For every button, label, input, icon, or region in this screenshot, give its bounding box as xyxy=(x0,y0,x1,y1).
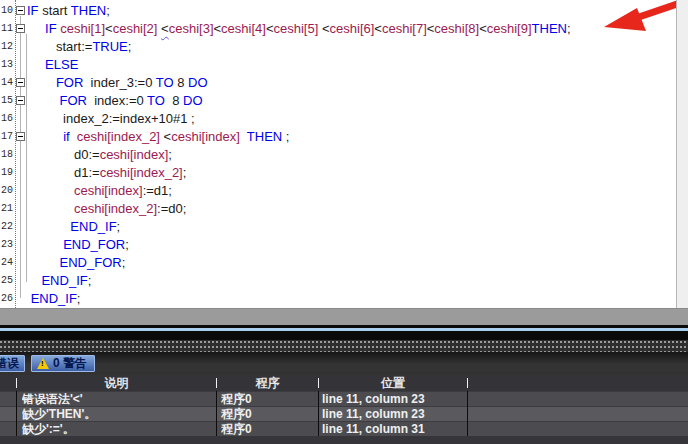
panel-accent-line xyxy=(0,328,688,331)
line-number: 25 xyxy=(0,272,13,290)
code-text: ELSE xyxy=(27,56,78,74)
code-text: index_2:=index+10#1 ; xyxy=(27,110,195,128)
error-row[interactable]: 缺少':='。程序0line 11, column 31 xyxy=(0,421,688,436)
error-position-cell: line 11, column 23 xyxy=(322,407,464,422)
line-number: 26 xyxy=(0,290,13,308)
column-header-program[interactable]: 程序 xyxy=(217,375,318,391)
code-text: start:=TRUE; xyxy=(27,38,131,56)
error-row[interactable]: 错误语法'<'程序0line 11, column 23 xyxy=(0,391,688,406)
code-line[interactable]: 13 ELSE xyxy=(0,56,688,74)
code-text: ceshi[index_2]:=d0; xyxy=(27,200,186,218)
code-line[interactable]: 11 IF ceshi[1]<ceshi[2] <ceshi[3]<ceshi[… xyxy=(0,20,688,38)
error-program-cell: 程序0 xyxy=(221,407,314,422)
code-text: END_IF; xyxy=(27,272,91,290)
code-line[interactable]: 19 d1:=ceshi[index_2]; xyxy=(0,164,688,182)
panel-splitter[interactable] xyxy=(0,340,688,352)
error-squiggle: < xyxy=(161,21,169,36)
line-number: 24 xyxy=(0,254,13,272)
line-number: 20 xyxy=(0,182,13,200)
line-number: 15 xyxy=(0,92,13,110)
line-number: 18 xyxy=(0,146,13,164)
code-text: END_FOR; xyxy=(27,236,129,254)
error-table-header: 说明 程序 位置 xyxy=(0,375,688,391)
error-description-cell: 错误语法'<' xyxy=(22,392,212,407)
bottom-strip xyxy=(0,436,688,444)
line-number: 10 xyxy=(0,2,13,20)
header-tick xyxy=(467,378,468,388)
code-text: d0:=ceshi[index]; xyxy=(27,146,172,164)
line-number: 12 xyxy=(0,38,13,56)
error-position-cell: line 11, column 31 xyxy=(322,422,464,437)
code-text: END_FOR; xyxy=(27,254,125,272)
column-separator xyxy=(318,391,319,436)
line-number: 19 xyxy=(0,164,13,182)
code-line[interactable]: 15 FOR index:=0 TO 8 DO xyxy=(0,92,688,110)
line-number: 21 xyxy=(0,200,13,218)
error-description-cell: 缺少':='。 xyxy=(22,422,212,437)
errors-filter-button[interactable]: 错误 xyxy=(0,355,25,372)
column-separator xyxy=(467,391,468,436)
error-position-cell: line 11, column 23 xyxy=(322,392,464,407)
code-text: END_IF; xyxy=(27,218,120,236)
fold-toggle[interactable] xyxy=(16,96,25,105)
line-number: 13 xyxy=(0,56,13,74)
vertical-scrollbar[interactable] xyxy=(676,0,688,308)
warnings-filter-label: 0 警告 xyxy=(53,356,87,371)
code-line[interactable]: 20 ceshi[index]:=d1; xyxy=(0,182,688,200)
errors-filter-label: 错误 xyxy=(0,356,19,371)
code-line[interactable]: 10IF start THEN; xyxy=(0,2,688,20)
code-line[interactable]: 26 END_IF; xyxy=(0,290,688,308)
code-text: IF start THEN; xyxy=(27,2,110,20)
fold-toggle[interactable] xyxy=(16,6,25,15)
ide-screen: 10IF start THEN;11 IF ceshi[1]<ceshi[2] … xyxy=(0,0,688,444)
line-number: 14 xyxy=(0,74,13,92)
code-line[interactable]: 23 END_FOR; xyxy=(0,236,688,254)
code-line[interactable]: 21 ceshi[index_2]:=d0; xyxy=(0,200,688,218)
horizontal-scrollbar[interactable] xyxy=(0,308,688,325)
code-line[interactable]: 25 END_IF; xyxy=(0,272,688,290)
code-line[interactable]: 18 d0:=ceshi[index]; xyxy=(0,146,688,164)
code-line[interactable]: 17 if ceshi[index_2] <ceshi[index] THEN … xyxy=(0,128,688,146)
line-number: 23 xyxy=(0,236,13,254)
column-separator xyxy=(16,391,17,436)
error-row[interactable]: 缺少'THEN'。程序0line 11, column 23 xyxy=(0,406,688,421)
warning-icon: ! xyxy=(37,358,49,369)
panel-divider xyxy=(0,325,688,340)
code-text: IF ceshi[1]<ceshi[2] <ceshi[3]<ceshi[4]<… xyxy=(27,20,571,38)
fold-toggle[interactable] xyxy=(16,24,25,33)
error-program-cell: 程序0 xyxy=(221,392,314,407)
column-header-position[interactable]: 位置 xyxy=(319,375,467,391)
code-line[interactable]: 14 FOR inder_3:=0 TO 8 DO xyxy=(0,74,688,92)
code-text: if ceshi[index_2] <ceshi[index] THEN ; xyxy=(27,128,289,146)
code-editor[interactable]: 10IF start THEN;11 IF ceshi[1]<ceshi[2] … xyxy=(0,0,688,308)
error-description-cell: 缺少'THEN'。 xyxy=(22,407,212,422)
code-text: ceshi[index]:=d1; xyxy=(27,182,172,200)
code-line[interactable]: 22 END_IF; xyxy=(0,218,688,236)
column-separator xyxy=(216,391,217,436)
message-toolbar: 错误 ! 0 警告 xyxy=(0,352,688,375)
line-number: 17 xyxy=(0,128,13,146)
column-header-description[interactable]: 说明 xyxy=(17,375,216,391)
error-program-cell: 程序0 xyxy=(221,422,314,437)
line-number: 22 xyxy=(0,218,13,236)
fold-toggle[interactable] xyxy=(16,132,25,141)
code-text: FOR inder_3:=0 TO 8 DO xyxy=(27,74,208,92)
code-line[interactable]: 12 start:=TRUE; xyxy=(0,38,688,56)
warnings-filter-button[interactable]: ! 0 警告 xyxy=(31,355,95,372)
code-text: FOR index:=0 TO 8 DO xyxy=(27,92,203,110)
code-line[interactable]: 24 END_FOR; xyxy=(0,254,688,272)
line-number: 16 xyxy=(0,110,13,128)
code-text: END_IF; xyxy=(27,290,80,308)
code-line[interactable]: 16 index_2:=index+10#1 ; xyxy=(0,110,688,128)
line-number: 11 xyxy=(0,20,13,38)
fold-toggle[interactable] xyxy=(16,78,25,87)
code-text: d1:=ceshi[index_2]; xyxy=(27,164,186,182)
